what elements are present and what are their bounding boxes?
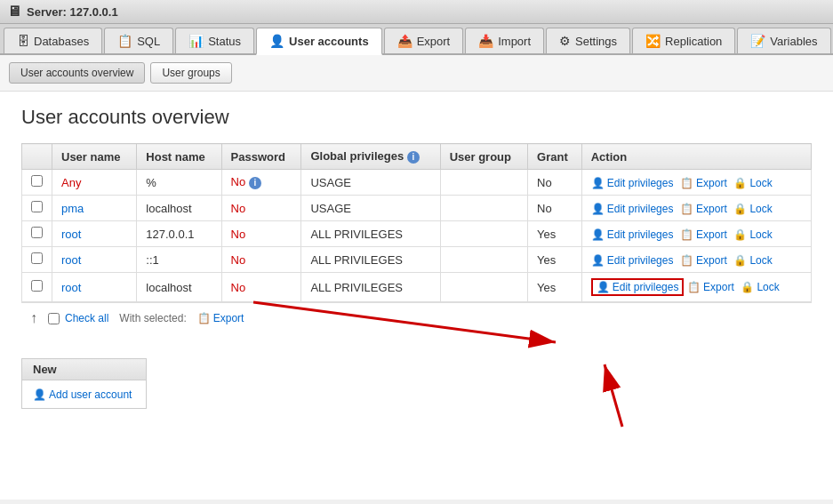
tab-user-accounts[interactable]: 👤 User accounts [256, 28, 382, 55]
edit-privileges-btn[interactable]: 👤 Edit privileges [591, 203, 674, 215]
row-select-checkbox[interactable] [31, 252, 43, 264]
col-header-grant: Grant [528, 144, 582, 170]
tab-status-label: Status [208, 35, 241, 48]
table-row: root 127.0.0.1 No ALL PRIVILEGES Yes 👤 [22, 221, 812, 247]
subtab-groups-label: User groups [162, 67, 220, 79]
cell-hostname: % [137, 170, 221, 196]
row-select-checkbox[interactable] [31, 175, 43, 187]
cell-password: No [221, 196, 301, 221]
edit-privileges-icon: 👤 [591, 203, 605, 215]
tab-export[interactable]: 📤 Export [384, 28, 464, 53]
with-selected-export-icon: 📋 [197, 312, 211, 324]
tab-databases[interactable]: 🗄 Databases [4, 28, 102, 53]
edit-privileges-icon: 👤 [591, 228, 605, 241]
new-section: New 👤 Add user account [21, 358, 147, 409]
add-user-account-btn[interactable]: 👤 Add user account [33, 388, 132, 401]
password-value: No [231, 281, 246, 294]
cell-username: Any [52, 170, 137, 196]
password-value: No [231, 253, 246, 267]
col-header-hostname: Host name [137, 144, 221, 170]
row-select-checkbox[interactable] [31, 227, 43, 238]
tab-replication[interactable]: 🔀 Replication [632, 28, 735, 53]
with-selected-label: With selected: [119, 312, 186, 324]
cell-hostname: 127.0.0.1 [137, 221, 221, 247]
page-content: User accounts overview User name Host na… [0, 92, 833, 348]
export-action-icon: 📋 [680, 228, 693, 241]
export-btn[interactable]: 📋 Export [687, 281, 734, 293]
export-action-icon: 📋 [680, 177, 693, 189]
tab-variables-label: Variables [770, 35, 817, 48]
row-checkbox [22, 247, 52, 273]
col-header-checkbox [22, 144, 52, 170]
cell-password: No [221, 247, 301, 273]
edit-privileges-btn[interactable]: 👤 Edit privileges [591, 177, 674, 189]
lock-icon: 🔒 [733, 228, 747, 241]
sub-tabs: User accounts overview User groups [0, 55, 833, 92]
cell-privileges: ALL PRIVILEGES [301, 247, 440, 273]
tab-variables[interactable]: 📝 Variables [737, 28, 830, 53]
cell-password: No i [221, 170, 301, 196]
lock-icon: 🔒 [741, 281, 754, 293]
tab-settings[interactable]: ⚙ Settings [546, 28, 630, 53]
lock-icon: 🔒 [733, 203, 747, 215]
export-btn[interactable]: 📋 Export [680, 203, 727, 215]
export-btn[interactable]: 📋 Export [680, 254, 727, 267]
cell-usergroup [440, 170, 527, 196]
password-value: No [231, 202, 246, 215]
lock-btn[interactable]: 🔒 Lock [733, 228, 772, 241]
tab-sql[interactable]: 📋 SQL [104, 28, 173, 53]
password-info-icon[interactable]: i [249, 177, 261, 189]
lock-btn[interactable]: 🔒 Lock [733, 254, 772, 267]
export-btn[interactable]: 📋 Export [680, 177, 727, 189]
title-bar-label: Server: 127.0.0.1 [27, 5, 118, 19]
lock-btn[interactable]: 🔒 Lock [733, 203, 772, 215]
subtab-user-accounts-overview[interactable]: User accounts overview [9, 62, 145, 84]
up-arrow-icon[interactable]: ↑ [30, 310, 37, 326]
edit-privileges-btn[interactable]: 👤 Edit privileges [591, 228, 674, 241]
username-link[interactable]: root [61, 281, 81, 294]
cell-privileges: ALL PRIVILEGES [301, 221, 440, 247]
settings-nav-icon: ⚙ [559, 34, 571, 48]
tab-import-label: Import [498, 35, 531, 48]
username-link[interactable]: root [61, 228, 81, 241]
lock-icon: 🔒 [733, 254, 747, 267]
check-all-checkbox[interactable] [48, 313, 60, 324]
edit-privileges-highlighted-btn[interactable]: 👤 Edit privileges [591, 278, 685, 296]
export-action-icon: 📋 [687, 281, 701, 293]
row-select-checkbox[interactable] [31, 201, 43, 212]
cell-grant: Yes [528, 221, 582, 247]
tab-status[interactable]: 📊 Status [175, 28, 254, 53]
variables-nav-icon: 📝 [750, 34, 765, 48]
with-selected-export-btn[interactable]: 📋 Export [197, 312, 244, 324]
export-action-icon: 📋 [680, 254, 693, 267]
cell-usergroup [440, 196, 527, 221]
edit-privileges-btn[interactable]: 👤 Edit privileges [591, 254, 674, 267]
cell-action: 👤 Edit privileges 📋 Export 🔒 Lock [581, 273, 811, 302]
username-link[interactable]: Any [61, 176, 81, 189]
edit-privileges-icon: 👤 [591, 254, 605, 267]
content-area: User accounts overview User groups User … [0, 55, 833, 500]
export-nav-icon: 📤 [397, 34, 412, 48]
lock-btn[interactable]: 🔒 Lock [741, 281, 779, 293]
cell-grant: Yes [528, 247, 582, 273]
row-select-checkbox[interactable] [31, 280, 43, 292]
cell-usergroup [440, 247, 527, 273]
import-nav-icon: 📥 [478, 34, 493, 48]
username-link[interactable]: pma [61, 202, 84, 215]
username-link[interactable]: root [61, 253, 81, 267]
tab-settings-label: Settings [575, 35, 617, 48]
col-header-user-group: User group [440, 144, 527, 170]
add-user-icon: 👤 [33, 388, 46, 401]
lock-btn[interactable]: 🔒 Lock [733, 177, 772, 189]
tab-import[interactable]: 📥 Import [465, 28, 544, 53]
check-all-link[interactable]: Check all [65, 312, 108, 324]
global-privileges-info-icon[interactable]: i [407, 151, 420, 164]
subtab-user-groups[interactable]: User groups [150, 62, 231, 84]
cell-grant: No [528, 196, 582, 221]
lock-icon: 🔒 [733, 177, 747, 189]
cell-hostname: localhost [137, 196, 221, 221]
nav-tabs: 🗄 Databases 📋 SQL 📊 Status 👤 User accoun… [0, 24, 833, 55]
export-btn[interactable]: 📋 Export [680, 228, 727, 241]
tab-sql-label: SQL [137, 35, 160, 48]
row-checkbox [22, 170, 52, 196]
